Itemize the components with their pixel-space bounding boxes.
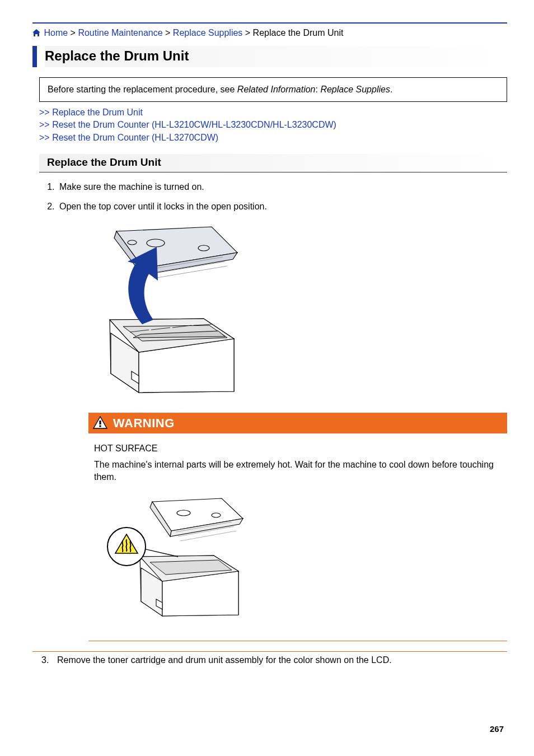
section-divider — [32, 651, 507, 652]
title-bar: Replace the Drum Unit — [32, 46, 507, 67]
step-2: Open the top cover until it locks in the… — [57, 200, 507, 641]
note-ital2: Replace Supplies — [320, 85, 390, 94]
step-3-number: 3. — [41, 655, 57, 665]
warning-subtitle: HOT SURFACE — [94, 442, 502, 455]
svg-rect-4 — [99, 426, 101, 427]
warning-body-text: The machine's internal parts will be ext… — [94, 459, 502, 484]
toc-links: >> Replace the Drum Unit >> Reset the Dr… — [39, 106, 507, 144]
page-number: 267 — [490, 724, 504, 734]
warning-icon — [93, 416, 107, 430]
breadcrumb-current: Replace the Drum Unit — [253, 28, 344, 38]
step-3-text: Remove the toner cartridge and drum unit… — [57, 655, 392, 665]
steps-list: Make sure the machine is turned on. Open… — [32, 180, 507, 641]
title-accent — [32, 46, 37, 67]
toc-link-2-text: Reset the Drum Counter (HL-L3210CW/HL-L3… — [52, 120, 336, 129]
breadcrumb-home-link[interactable]: Home — [44, 28, 68, 38]
warning-body: HOT SURFACE The machine's internal parts… — [88, 433, 507, 641]
note-post: . — [390, 85, 392, 94]
toc-link-1-text: Replace the Drum Unit — [52, 108, 143, 117]
breadcrumb-replace-supplies-link[interactable]: Replace Supplies — [173, 28, 243, 38]
step-1: Make sure the machine is turned on. — [57, 180, 507, 193]
step-2-text: Open the top cover until it locks in the… — [59, 202, 267, 211]
figure-hot-surface — [104, 491, 255, 631]
breadcrumb-routine-link[interactable]: Routine Maintenance — [78, 28, 162, 38]
page-title: Replace the Drum Unit — [45, 48, 507, 64]
breadcrumb: Home > Routine Maintenance > Replace Sup… — [32, 28, 507, 38]
toc-link-3-text: Reset the Drum Counter (HL-L3270CDW) — [52, 133, 218, 142]
sub-heading: Replace the Drum Unit — [39, 154, 507, 172]
page-container: Home > Routine Maintenance > Replace Sup… — [0, 0, 534, 756]
warning-header: WARNING — [88, 413, 507, 434]
toc-link-1[interactable]: Replace the Drum Unit — [52, 108, 143, 117]
step-3: 3. Remove the toner cartridge and drum u… — [41, 655, 507, 665]
note-ital1: Related Information — [237, 85, 316, 94]
breadcrumb-replace-supplies-text: Replace Supplies — [173, 28, 243, 38]
breadcrumb-home-text: Home — [44, 28, 68, 38]
sub-heading-text: Replace the Drum Unit — [47, 156, 507, 169]
breadcrumb-routine-text: Routine Maintenance — [78, 28, 162, 38]
toc-link-2[interactable]: Reset the Drum Counter (HL-L3210CW/HL-L3… — [52, 120, 336, 129]
home-icon — [32, 29, 40, 36]
svg-rect-3 — [99, 421, 101, 424]
figure-open-cover — [88, 218, 256, 403]
note-pre: Before starting the replacement procedur… — [48, 85, 237, 94]
top-rule — [32, 22, 507, 24]
toc-link-3[interactable]: Reset the Drum Counter (HL-L3270CDW) — [52, 133, 218, 142]
warning-block: WARNING HOT SURFACE The machine's intern… — [88, 413, 507, 641]
title-text-wrap: Replace the Drum Unit — [45, 46, 507, 67]
warning-label: WARNING — [113, 414, 175, 432]
note-box: Before starting the replacement procedur… — [39, 77, 507, 102]
